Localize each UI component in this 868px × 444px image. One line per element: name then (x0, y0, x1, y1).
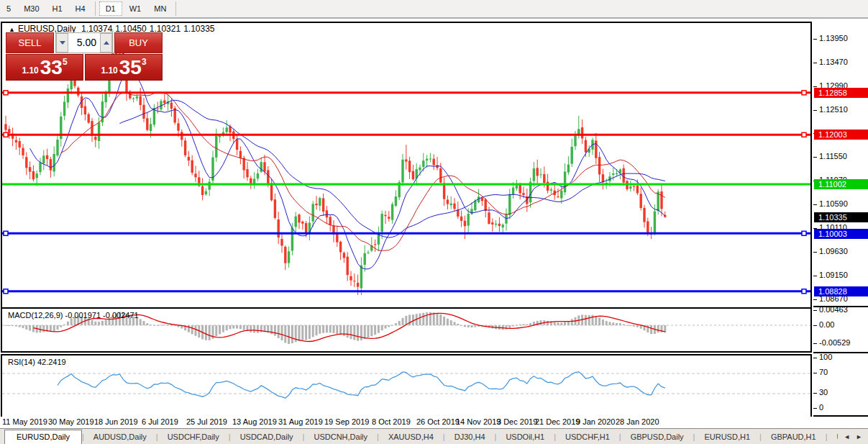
sell-price-prefix: 1.10 (22, 65, 38, 76)
date-label: 11 May 2019 (2, 417, 47, 426)
macd-tick: -0.00529 (819, 338, 850, 347)
volume-decrease-button[interactable] (56, 33, 68, 53)
chart-tabs-bar: EURUSD,Daily|AUDUSD,Daily|USDCHF,Daily|U… (0, 428, 868, 444)
buy-price-big: 35 (119, 55, 142, 80)
price-level-tag: 1.12003 (814, 130, 868, 140)
axis-divider (813, 306, 868, 307)
buy-button[interactable]: BUY (114, 32, 163, 53)
sell-price-big: 33 (40, 55, 63, 80)
buy-price-prefix: 1.10 (101, 65, 117, 76)
tab-eurusd-daily[interactable]: EURUSD,Daily (4, 430, 82, 444)
tick-mark (813, 86, 817, 87)
toolbar-separator (175, 1, 176, 16)
ohlc-close: 1.10335 (183, 24, 214, 34)
triangle-up-icon (104, 41, 109, 45)
date-label: 8 Oct 2019 (372, 417, 411, 426)
price-tick: 1.10590 (819, 199, 848, 208)
sell-price-button[interactable]: 1.10335 (6, 54, 83, 81)
tab-scroll-buttons: ◄ ► (838, 429, 868, 444)
date-label: 18 Jun 2019 (94, 417, 138, 426)
tick-mark (813, 204, 817, 205)
tab-usdcnh-daily[interactable]: USDCNH,Daily (304, 430, 377, 443)
tick-mark (813, 325, 817, 326)
one-click-trading-panel: SELL 5.00 BUY 1.10335 1.10353 (6, 32, 163, 81)
date-label: 14 Nov 2019 (456, 417, 501, 426)
scroll-left-icon[interactable]: ◄ (844, 433, 850, 440)
date-label: 21 Dec 2019 (535, 417, 580, 426)
tick-mark (813, 343, 817, 344)
tab-usd[interactable]: USD (828, 430, 839, 443)
date-label: 25 Jul 2019 (186, 417, 227, 426)
tick-mark (813, 358, 817, 358)
date-label: 6 Jul 2019 (142, 417, 178, 426)
tab-usdchf-h1[interactable]: USDCHF,H1 (556, 430, 619, 443)
price-tick: 1.13950 (819, 34, 848, 42)
buy-price-sup: 3 (142, 57, 147, 67)
toolbar-separator (95, 1, 96, 16)
date-label: 26 Oct 2019 (416, 417, 460, 426)
price-level-tag: 1.10003 (814, 229, 868, 239)
rsi-tick: 30 (819, 388, 828, 397)
tab-audusd-daily[interactable]: AUDUSD,Daily (84, 430, 156, 443)
tab-gbpusd-daily[interactable]: GBPUSD,Daily (621, 430, 693, 443)
tab-dj30-h4[interactable]: DJ30,H4 (445, 430, 495, 443)
tab-eurusd-h1[interactable]: EURUSD,H1 (695, 430, 759, 443)
tick-mark (813, 276, 817, 276)
price-level-tag: 1.10335 (814, 212, 868, 222)
volume-input[interactable]: 5.00 (68, 33, 100, 53)
timeframe-toolbar: 5M30H1H4D1W1MN (0, 0, 868, 19)
macd-tick: 0.00 (819, 320, 834, 329)
date-label: 30 May 2019 (48, 417, 94, 426)
timeframe-5[interactable]: 5 (1, 2, 17, 15)
macd-label: MACD(12,26,9) -0.001971 -0.002471 (8, 311, 139, 320)
tick-mark (813, 408, 817, 409)
tick-mark (813, 157, 817, 158)
price-tick: 1.09630 (819, 247, 848, 255)
price-tick: 1.11550 (819, 152, 847, 160)
tick-mark (813, 299, 817, 300)
tick-mark (813, 39, 817, 40)
sell-button[interactable]: SELL (6, 32, 54, 53)
timeframe-mn[interactable]: MN (148, 2, 172, 15)
timeframe-d1[interactable]: D1 (99, 1, 122, 16)
mt4-terminal: 5M30H1H4D1W1MN ▲EURUSD,Daily 1.103741.10… (0, 0, 868, 444)
triangle-down-icon (60, 41, 65, 45)
tick-mark (813, 310, 817, 311)
volume-stepper: 5.00 (55, 32, 113, 53)
tick-mark (813, 373, 817, 373)
chart-window: ▲EURUSD,Daily 1.103741.104501.103211.103… (0, 19, 868, 428)
price-level-tag: 1.12858 (814, 88, 868, 98)
timeframe-h1[interactable]: H1 (47, 2, 68, 15)
rsi-label: RSI(14) 42.2419 (8, 358, 66, 366)
tick-mark (813, 393, 817, 394)
tab-xauusd-h4[interactable]: XAUUSD,H4 (379, 430, 443, 443)
date-label: 3 Dec 2019 (497, 417, 537, 426)
date-axis: 11 May 201930 May 201918 Jun 20196 Jul 2… (1, 417, 812, 428)
date-label: 31 Aug 2019 (278, 417, 323, 426)
chart-tabs: EURUSD,Daily|AUDUSD,Daily|USDCHF,Daily|U… (0, 429, 838, 444)
tab-gbpaud-h1[interactable]: GBPAUD,H1 (762, 430, 826, 443)
date-label: 13 Aug 2019 (232, 417, 277, 426)
tab-usdchf-daily[interactable]: USDCHF,Daily (158, 430, 229, 443)
axis-divider (813, 415, 868, 417)
tab-usdoil-h1[interactable]: USDOil,H1 (496, 430, 554, 443)
rsi-tick: 70 (819, 368, 828, 376)
price-tick: 1.12510 (819, 105, 848, 114)
buy-price-button[interactable]: 1.10353 (85, 54, 163, 81)
axis-divider (813, 352, 868, 353)
volume-increase-button[interactable] (100, 33, 112, 53)
price-tick: 1.13470 (819, 58, 848, 66)
rsi-tick: 0 (819, 403, 823, 412)
timeframe-m30[interactable]: M30 (18, 2, 45, 15)
macd-panel: MACD(12,26,9) -0.001971 -0.002471 (1, 307, 812, 353)
tick-mark (813, 63, 817, 63)
timeframe-w1[interactable]: W1 (124, 2, 147, 15)
tab-usdcad-daily[interactable]: USDCAD,Daily (231, 430, 303, 443)
scroll-right-icon[interactable]: ► (856, 433, 862, 440)
price-tick: 1.09150 (819, 271, 848, 279)
price-level-tag: 1.11002 (814, 179, 868, 189)
price-axis: 1.139501.134701.129901.125101.120301.115… (813, 19, 868, 428)
date-label: 9 Jan 2020 (576, 417, 615, 426)
rsi-tick: 100 (819, 353, 832, 361)
timeframe-h4[interactable]: H4 (70, 2, 91, 15)
